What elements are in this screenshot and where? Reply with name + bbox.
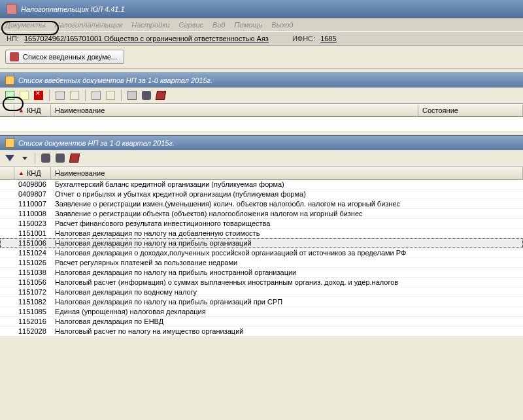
row-marker	[0, 209, 14, 218]
main-menubar: Документы Налогоплательщик Настройки Сер…	[0, 18, 523, 31]
table-row[interactable]: 1152016Налоговая декларация по ЕНВД	[0, 317, 523, 327]
toolbar-separator	[49, 89, 50, 101]
filter-button[interactable]	[4, 152, 16, 164]
row-marker	[0, 238, 14, 248]
taxpayer-infobar: НП: 1657024962/165701001 Общество с огра…	[0, 31, 523, 46]
find-button[interactable]	[141, 89, 152, 101]
col-name[interactable]: Наименование	[51, 167, 523, 179]
table-row[interactable]: 0409806Бухгалтерский баланс кредитной ор…	[0, 180, 523, 189]
document-icon	[10, 52, 19, 61]
cell-name: Расчет регулярных платежей за пользовани…	[51, 258, 523, 267]
row-marker	[0, 180, 14, 189]
list-entered-label: Список введенных докуме...	[23, 53, 117, 61]
export-button[interactable]	[90, 89, 102, 101]
cell-knd: 1152016	[14, 317, 51, 326]
cell-knd: 1151024	[14, 248, 51, 257]
table-row[interactable]: 1110007Заявление о регистрации измен.(ум…	[0, 199, 523, 209]
print-icon	[127, 91, 137, 100]
menu-service[interactable]: Сервис	[179, 21, 204, 29]
open-icon	[20, 91, 29, 100]
cell-knd: 1110008	[14, 209, 51, 218]
toolbar-separator	[85, 89, 86, 101]
menu-taxpayer[interactable]: Налогоплательщик	[55, 21, 123, 29]
docs-list-grid-header: ▲КНД Наименование	[0, 167, 523, 180]
col-knd[interactable]: ▲КНД	[14, 167, 51, 179]
cell-knd: 1152028	[14, 327, 51, 336]
cell-name: Налоговая декларация по ЕНВД	[51, 317, 523, 326]
docs-list-title: Список документов НП за 1-й квартал 2015…	[18, 139, 175, 147]
table-row[interactable]: 1151006Налоговая декларация по налогу на…	[0, 238, 523, 248]
ifns-value[interactable]: 1685	[320, 35, 336, 42]
cell-knd: 1151082	[14, 297, 51, 306]
menu-exit[interactable]: Выход	[272, 21, 294, 29]
cell-knd: 1150023	[14, 219, 51, 228]
new-doc-button[interactable]	[4, 89, 16, 101]
menu-view[interactable]: Вид	[212, 21, 226, 29]
filter-icon	[5, 155, 14, 161]
chevron-down-icon	[22, 157, 27, 160]
table-row[interactable]: 1151038Налоговая декларация по налогу на…	[0, 268, 523, 278]
cell-name: Бухгалтерский баланс кредитной организац…	[51, 180, 523, 189]
row-marker	[0, 189, 14, 199]
cell-name: Налоговый расчет (информация) о суммах в…	[51, 278, 523, 287]
table-row[interactable]: 1151072Налоговая декларация по водному н…	[0, 287, 523, 297]
cell-name: Налоговая декларация по налогу на прибыл…	[51, 238, 523, 248]
table-row[interactable]: 0409807Отчет о прибылях и убытках кредит…	[0, 189, 523, 199]
cell-knd: 1151072	[14, 287, 51, 297]
main-titlebar: Налогоплательщик ЮЛ 4.41.1	[0, 0, 523, 18]
sort-asc-icon: ▲	[18, 170, 24, 176]
list-entered-docs-button[interactable]: Список введенных докуме...	[5, 50, 124, 64]
export-icon	[92, 91, 101, 100]
table-row[interactable]: 1151001Налоговая декларация по налогу на…	[0, 229, 523, 238]
entered-docs-grid-header: ▲КНД Наименование Состояние	[0, 104, 523, 117]
col-state[interactable]: Состояние	[418, 105, 523, 116]
row-marker	[0, 297, 14, 306]
menu-help[interactable]: Помощь	[235, 21, 263, 29]
np-value[interactable]: 1657024962/165701001 Общество с ограниче…	[24, 35, 269, 42]
filter-dropdown-button[interactable]	[18, 152, 30, 164]
table-row[interactable]: 1151085Единая (упрощенная) налоговая дек…	[0, 307, 523, 317]
table-row[interactable]: 1151056Налоговый расчет (информация) о с…	[0, 278, 523, 287]
help-button[interactable]	[155, 89, 167, 101]
table-row[interactable]: 1151026Расчет регулярных платежей за пол…	[0, 258, 523, 268]
book-icon	[69, 153, 80, 163]
table-row[interactable]: 1151082Налоговая декларация по налогу на…	[0, 297, 523, 307]
table-row[interactable]: 1150023Расчет финансового результата инв…	[0, 219, 523, 229]
toolbar-separator	[121, 89, 122, 101]
delete-doc-button[interactable]	[33, 89, 44, 101]
cell-knd: 1151001	[14, 229, 51, 238]
find-button[interactable]	[54, 152, 66, 164]
col-marker[interactable]	[0, 167, 14, 179]
help-button[interactable]	[69, 152, 80, 164]
print-button[interactable]	[126, 89, 138, 101]
delete-icon	[34, 91, 43, 100]
col-knd[interactable]: ▲КНД	[14, 105, 51, 116]
col-name[interactable]: Наименование	[51, 105, 418, 116]
cell-name: Налоговая декларация по налогу на прибыл…	[51, 297, 523, 306]
cell-knd: 1151038	[14, 268, 51, 277]
menu-settings[interactable]: Настройки	[131, 21, 169, 29]
app-title: Налогоплательщик ЮЛ 4.41.1	[21, 5, 125, 13]
table-row[interactable]: 1110008Заявление о регистрации объекта (…	[0, 209, 523, 219]
find-next-button[interactable]	[40, 152, 52, 164]
binoculars-icon	[56, 153, 65, 163]
cell-name: Расчет финансового результата инвестицио…	[51, 219, 523, 228]
table-row[interactable]: 1152028Налоговый расчет по налогу на иму…	[0, 327, 523, 336]
binoculars-icon	[142, 91, 151, 100]
app-icon	[7, 4, 17, 14]
cell-knd: 1151026	[14, 258, 51, 267]
paste-button[interactable]	[69, 89, 80, 101]
cell-knd: 1151006	[14, 238, 51, 248]
row-marker	[0, 287, 14, 297]
col-marker[interactable]	[0, 105, 14, 116]
import-button[interactable]	[105, 89, 116, 101]
menu-documents[interactable]: Документы	[5, 21, 46, 29]
row-marker	[0, 278, 14, 287]
copy-button[interactable]	[54, 89, 66, 101]
cell-knd: 1151085	[14, 307, 51, 316]
table-row[interactable]: 1151024Налоговая декларация о доходах,по…	[0, 248, 523, 258]
row-marker	[0, 219, 14, 228]
cell-name: Единая (упрощенная) налоговая декларация	[51, 307, 523, 316]
row-marker	[0, 268, 14, 277]
open-doc-button[interactable]	[18, 89, 30, 101]
